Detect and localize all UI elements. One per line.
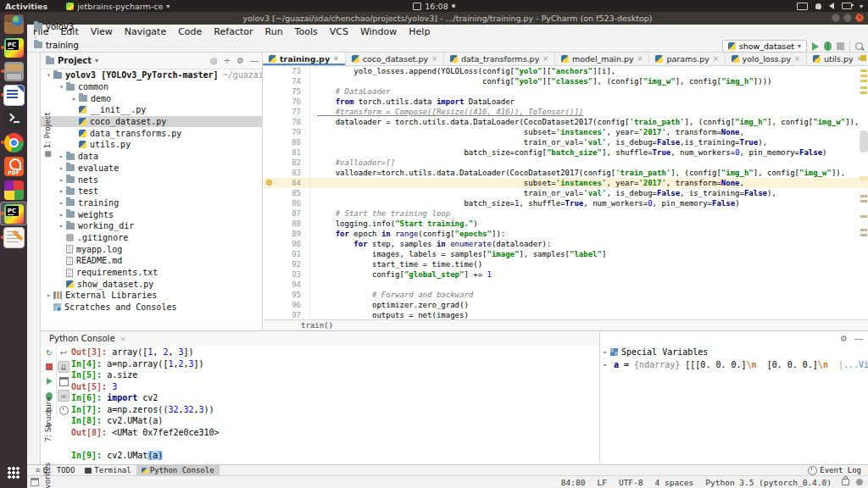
- tree-item-data-transforms-py[interactable]: data_transforms.py: [41, 127, 262, 139]
- run-button[interactable]: [812, 42, 819, 51]
- launcher-terminal[interactable]: [0, 107, 27, 130]
- tree-item-gitignore[interactable]: .gitignore: [41, 232, 262, 244]
- status-python-3-5-pytorch-0-4-0[interactable]: Python 3.5 (pytorch_0.4.0): [705, 478, 832, 487]
- toolwindow-toggle-icon[interactable]: [31, 478, 39, 486]
- stop-button[interactable]: [837, 42, 844, 50]
- launcher-ubuntu-software[interactable]: [0, 12, 27, 36]
- code-line-81[interactable]: 81 batch_size=config["batch_size"], shuf…: [263, 147, 868, 158]
- stripe-structure-button[interactable]: 7: Structure: [44, 396, 53, 442]
- launcher-files[interactable]: [0, 59, 27, 83]
- project-view-selector[interactable]: Project ▾: [46, 56, 98, 65]
- menu-window[interactable]: Window: [354, 26, 403, 37]
- code-line-84[interactable]: 84 subset='instances', year='2017', tran…: [263, 178, 868, 188]
- code-line-75[interactable]: 75 # DataLoader: [263, 86, 868, 97]
- console-line[interactable]: [71, 438, 599, 450]
- code-line-79[interactable]: 79 subset='instances', year='2017', tran…: [263, 127, 868, 137]
- close-icon[interactable]: ×: [120, 335, 127, 343]
- status-lf[interactable]: LF: [597, 478, 606, 487]
- launcher-libreoffice-writer[interactable]: [0, 83, 27, 107]
- console-line[interactable]: In[4]: a=np.array([1,2,3]): [71, 358, 599, 370]
- debug-button[interactable]: [824, 42, 832, 51]
- chevron-collapsed-icon[interactable]: ▸: [600, 361, 610, 369]
- console-line[interactable]: In[5]: a.size: [71, 369, 599, 381]
- tab-utils-py[interactable]: utils.py×: [807, 53, 868, 65]
- intention-bulb-icon[interactable]: [266, 180, 272, 186]
- console-output[interactable]: Out[3]: array([1, 2, 3])In[4]: a=np.arra…: [71, 347, 599, 464]
- code-line-78[interactable]: 78 dataloader = torch.utils.data.DataLoa…: [263, 117, 868, 127]
- tree-item-weights[interactable]: ▸weights: [41, 208, 262, 220]
- hide-icon[interactable]: ―: [854, 334, 863, 343]
- chevron-collapsed-icon[interactable]: ▸: [57, 164, 66, 172]
- context-method[interactable]: train(): [301, 321, 333, 330]
- console-line[interactable]: Out[5]: 3: [71, 381, 599, 393]
- tab-training-py[interactable]: training.py×: [263, 53, 346, 65]
- clock[interactable]: 16:08: [425, 2, 448, 11]
- event-log-button[interactable]: Event Log: [808, 466, 861, 475]
- caret-down-icon[interactable]: ▾: [860, 3, 863, 10]
- code-editor[interactable]: 73 yolo_losses.append(YOLOLoss(config["y…: [263, 66, 868, 319]
- locate-icon[interactable]: ◎: [210, 56, 218, 65]
- variable-row[interactable]: ▸a = {ndarray} [[[0. 0. 0.]\n [0. 0. 0.]…: [600, 358, 868, 371]
- menu-help[interactable]: Help: [403, 26, 436, 37]
- scrollbar-thumb[interactable]: [860, 130, 868, 152]
- code-line-97[interactable]: 97 outputs = net(images): [263, 310, 868, 319]
- terminal-toolwindow-button[interactable]: Terminal: [80, 465, 136, 476]
- soft-wrap-button[interactable]: ↩: [58, 347, 70, 358]
- console-line[interactable]: Out[3]: array([1, 2, 3]): [71, 347, 599, 358]
- breadcrumb-training[interactable]: training: [34, 41, 91, 50]
- rerun-button[interactable]: ↻: [43, 347, 55, 358]
- code-line-88[interactable]: 88 logging.info("Start training."): [263, 219, 868, 229]
- close-icon[interactable]: ×: [542, 55, 548, 63]
- menu-navigate[interactable]: Navigate: [119, 26, 172, 37]
- hide-icon[interactable]: ―: [250, 56, 259, 65]
- settings-icon[interactable]: ⚙: [236, 56, 244, 65]
- search-icon[interactable]: [855, 42, 863, 50]
- code-line-95[interactable]: 95 # Forward and backward: [263, 290, 868, 300]
- chevron-collapsed-icon[interactable]: ▸: [57, 199, 66, 207]
- close-icon[interactable]: ×: [794, 55, 800, 63]
- chevron-collapsed-icon[interactable]: ▸: [57, 222, 66, 230]
- python-console-toolwindow-button[interactable]: Python Console: [136, 465, 220, 476]
- status-84-80[interactable]: 84:80: [561, 478, 586, 487]
- app-menu[interactable]: jetbrains-pycharm-ce ▾: [66, 2, 170, 11]
- tab-yolo-loss-py[interactable]: yolo_loss.py×: [726, 53, 807, 65]
- stripe-favorites-button[interactable]: 2: Favorites: [43, 463, 52, 488]
- code-line-82[interactable]: 82 #valloader=[]: [263, 158, 868, 168]
- code-line-87[interactable]: 87 # Start the training loop: [263, 208, 868, 219]
- tree-item-scratches-and-consoles[interactable]: Scratches and Consoles: [41, 302, 262, 313]
- chevron-collapsed-icon[interactable]: ▸: [600, 348, 610, 356]
- tab-model-main-py[interactable]: model_main.py×: [555, 53, 649, 65]
- code-line-80[interactable]: 80 train_or_val='val', is_debug=False,is…: [263, 137, 868, 147]
- tab-params-py[interactable]: params.py×: [649, 53, 725, 65]
- code-line-83[interactable]: 83 valloader=torch.utils.data.DataLoader…: [263, 168, 868, 178]
- minimize-button[interactable]: [832, 14, 840, 22]
- breadcrumb-yolov3[interactable]: yolov3: [34, 22, 91, 31]
- code-line-94[interactable]: 94: [263, 280, 868, 290]
- tree-item-training[interactable]: ▸training: [41, 197, 262, 209]
- hector-inspections-icon[interactable]: [856, 479, 863, 485]
- tree-item-data[interactable]: ▸data: [41, 151, 262, 163]
- code-line-89[interactable]: 89 for epoch in range(config["epochs"]):: [263, 229, 868, 239]
- stop-button[interactable]: [43, 361, 55, 373]
- close-icon[interactable]: ×: [431, 55, 437, 63]
- menu-vcs[interactable]: VCS: [324, 26, 354, 37]
- code-line-77[interactable]: 77 #transform = Compose([Resize((416, 41…: [263, 107, 868, 117]
- code-line-91[interactable]: 91 images, labels = samples["image"], sa…: [263, 249, 868, 259]
- menu-refactor[interactable]: Refactor: [208, 26, 259, 37]
- console-line[interactable]: In[6]: import cv2: [71, 392, 599, 404]
- code-line-92[interactable]: 92 start_time = time.time(): [263, 259, 868, 269]
- code-line-85[interactable]: 85 train_or_val='val', is_debug=False, i…: [263, 188, 868, 198]
- activities-button[interactable]: Activities: [5, 2, 47, 11]
- tab-coco-dataset-py[interactable]: coco_dataset.py×: [346, 53, 444, 65]
- show-applications-button[interactable]: [0, 461, 27, 485]
- menu-run[interactable]: Run: [259, 26, 289, 37]
- code-line-86[interactable]: 86 batch_size=1, shuffle=True, num_worke…: [263, 198, 868, 208]
- tree-item-nets[interactable]: ▸nets: [41, 174, 262, 186]
- chevron-expanded-icon[interactable]: ▾: [57, 83, 66, 91]
- run-button[interactable]: [43, 375, 55, 387]
- keyboard-icon[interactable]: [797, 3, 808, 10]
- chevron-collapsed-icon[interactable]: ▸: [57, 176, 66, 184]
- battery-icon[interactable]: [842, 3, 852, 9]
- error-stripe[interactable]: [860, 66, 868, 319]
- console-line[interactable]: In[7]: a=np.zeros((32,32,3)): [71, 404, 599, 416]
